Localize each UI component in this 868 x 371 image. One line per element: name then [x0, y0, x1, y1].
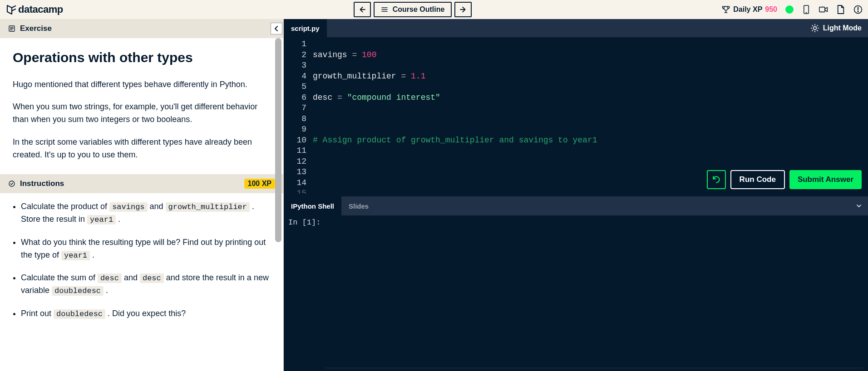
chevron-down-icon — [855, 202, 863, 210]
tab-ipython-shell[interactable]: IPython Shell — [284, 196, 341, 215]
code-token: savings — [109, 202, 147, 212]
chevron-left-icon — [274, 26, 279, 31]
arrow-right-icon — [459, 5, 467, 14]
submit-answer-button[interactable]: Submit Answer — [789, 170, 862, 189]
course-outline-label: Course Outline — [393, 5, 445, 14]
alert-icon[interactable] — [853, 5, 863, 14]
ipython-shell[interactable]: In [1]: — [284, 215, 868, 371]
instructions-header: Instructions 100 XP — [0, 174, 283, 193]
document-icon[interactable] — [836, 5, 845, 14]
video-icon[interactable] — [819, 5, 828, 14]
next-exercise-button[interactable] — [454, 2, 472, 17]
code-token: year1 — [61, 251, 90, 260]
instruction-item: Calculate the sum of desc and desc and s… — [21, 272, 271, 298]
run-code-button[interactable]: Run Code — [730, 170, 785, 189]
instruction-item: What do you think the resulting type wil… — [21, 236, 271, 262]
instruction-item: Print out doubledesc . Did you expect th… — [21, 308, 271, 320]
code-token: doubledesc — [54, 309, 105, 319]
brand-logo[interactable]: datacamp — [5, 4, 63, 15]
shell-input[interactable] — [325, 218, 863, 368]
daily-xp[interactable]: Daily XP 950 — [721, 5, 777, 14]
svg-point-8 — [813, 27, 816, 30]
exercise-icon — [8, 25, 15, 32]
check-circle-icon — [8, 180, 15, 187]
mobile-icon[interactable] — [802, 5, 811, 14]
exercise-paragraph: Hugo mentioned that different types beha… — [13, 78, 271, 91]
scrollbar-thumb[interactable] — [275, 38, 281, 242]
datacamp-logo-icon — [5, 4, 16, 15]
svg-line-14 — [817, 30, 817, 31]
sun-icon — [810, 24, 819, 33]
code-token: desc — [140, 273, 164, 283]
trophy-icon — [721, 5, 730, 14]
svg-line-13 — [812, 25, 813, 26]
hamburger-icon — [381, 6, 388, 13]
file-tab[interactable]: script.py — [284, 19, 327, 37]
line-gutter: 1 2 3 4 5 6 7 8 9 10 11 12 13 14 15 — [284, 39, 313, 194]
course-outline-button[interactable]: Course Outline — [374, 2, 452, 17]
prev-exercise-button[interactable] — [354, 2, 371, 17]
status-indicator — [785, 5, 794, 14]
shell-prompt: In [1]: — [288, 218, 321, 368]
code-token: doubledesc — [52, 286, 104, 296]
code-token: growth_multiplier — [166, 202, 250, 212]
code-panel: script.py Light Mode 1 2 3 4 5 6 7 8 9 — [284, 19, 868, 371]
svg-point-7 — [9, 181, 15, 186]
exercise-title: Operations with other types — [13, 47, 271, 68]
exercise-paragraph: When you sum two strings, for example, y… — [13, 101, 271, 126]
daily-xp-value: 950 — [765, 5, 777, 14]
exercise-panel: Exercise Operations with other types Hug… — [0, 19, 284, 371]
light-mode-toggle[interactable]: Light Mode — [804, 24, 868, 33]
daily-xp-label: Daily XP — [733, 5, 762, 14]
svg-point-5 — [858, 11, 858, 12]
collapse-panel-button[interactable] — [271, 23, 282, 34]
instructions-label: Instructions — [20, 179, 64, 188]
tab-slides[interactable]: Slides — [341, 196, 376, 215]
code-token: desc — [98, 273, 122, 283]
code-token: year1 — [87, 215, 116, 225]
instruction-item: Calculate the product of savings and gro… — [21, 200, 271, 226]
svg-point-1 — [806, 12, 807, 13]
expand-shell-button[interactable] — [850, 202, 868, 210]
exercise-header: Exercise — [0, 19, 283, 38]
undo-icon — [712, 175, 721, 184]
exercise-paragraph: In the script some variables with differ… — [13, 136, 271, 161]
brand-name: datacamp — [18, 4, 63, 15]
svg-line-15 — [812, 30, 813, 31]
svg-rect-2 — [819, 7, 825, 12]
arrow-left-icon — [358, 5, 366, 14]
svg-line-16 — [817, 25, 817, 26]
reset-button[interactable] — [707, 170, 726, 189]
xp-badge: 100 XP — [244, 179, 275, 189]
exercise-label: Exercise — [20, 24, 52, 33]
